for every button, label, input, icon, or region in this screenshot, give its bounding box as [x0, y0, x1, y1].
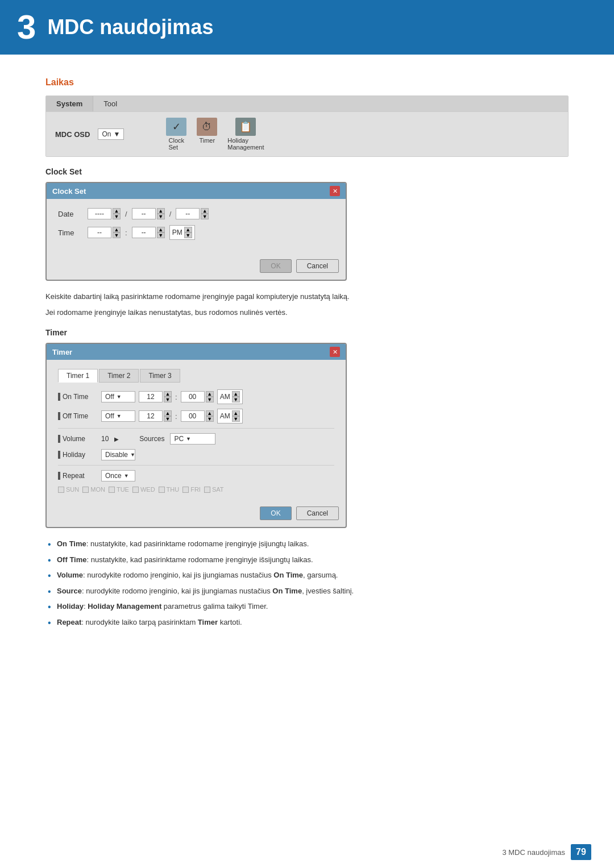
on-time-ampm[interactable]: AM ▲ ▼	[217, 389, 243, 404]
day-thu-check[interactable]	[159, 487, 165, 493]
pm-up[interactable]: ▲	[184, 227, 192, 232]
timer-dialog: Timer ✕ Timer 1 Timer 2 Timer 3 On Time …	[45, 343, 347, 528]
off-time-h-down[interactable]: ▼	[164, 416, 172, 422]
repeat-dropdown[interactable]: Once ▼	[101, 470, 135, 481]
sys-tool-tabs: System Tool	[46, 96, 568, 112]
clock-set-close-button[interactable]: ✕	[330, 186, 340, 196]
clock-set-cancel-button[interactable]: Cancel	[296, 259, 339, 273]
off-time-ampm[interactable]: AM ▲ ▼	[217, 409, 243, 423]
clock-set-label: ClockSet	[169, 137, 185, 151]
off-time-ampm-down[interactable]: ▼	[232, 416, 240, 422]
day-sat-check[interactable]	[204, 487, 210, 493]
on-time-m-up[interactable]: ▲	[206, 391, 214, 397]
timer-tab-1[interactable]: Timer 1	[58, 369, 98, 383]
section-laikas-heading: Laikas	[45, 77, 569, 88]
date-up-3[interactable]: ▲	[201, 208, 209, 214]
days-row: SUN MON TUE WED THU	[58, 486, 334, 493]
date-val1[interactable]: ----	[88, 208, 111, 219]
timer-title-bar: Timer ✕	[47, 344, 346, 360]
day-mon-check[interactable]	[82, 487, 89, 493]
clock-set-ok-button[interactable]: OK	[260, 259, 291, 273]
time-spin-2: -- ▲ ▼	[132, 227, 165, 238]
mdc-osd-dropdown[interactable]: On ▼	[98, 128, 124, 140]
sys-body: MDC OSD On ▼ ✓ ClockSet ⏱ Timer 📋 Holida…	[46, 112, 568, 156]
off-time-m[interactable]: 00	[181, 410, 205, 422]
bullet-on-time: On Time: nustatykite, kad pasirinktame r…	[45, 538, 569, 550]
bullet-source-text: : nurodykite rodomo įrenginio, kai jis į…	[82, 587, 272, 595]
bullet-holiday-mgmt: Holiday Management	[88, 602, 161, 610]
time-up-1[interactable]: ▲	[113, 227, 121, 232]
on-time-h-up[interactable]: ▲	[164, 391, 172, 397]
date-sep2: /	[169, 210, 172, 218]
day-wed-check[interactable]	[132, 487, 139, 493]
day-mon: MON	[82, 486, 105, 493]
on-time-ampm-down[interactable]: ▼	[232, 397, 240, 402]
date-spin-btns-3: ▲ ▼	[201, 208, 209, 219]
off-time-row: Off Time Off ▼ 12 ▲ ▼ : 00 ▲	[58, 409, 334, 423]
time-down-2[interactable]: ▼	[157, 232, 165, 238]
time-val1[interactable]: --	[88, 227, 111, 238]
date-up-1[interactable]: ▲	[113, 208, 121, 214]
on-time-h-down[interactable]: ▼	[164, 397, 172, 402]
clock-set-icon-item[interactable]: ✓ ClockSet	[166, 118, 186, 151]
date-val3[interactable]: --	[176, 208, 200, 219]
date-down-2[interactable]: ▼	[157, 214, 165, 219]
pm-down[interactable]: ▼	[184, 232, 192, 238]
clock-set-title-bar: Clock Set ✕	[47, 183, 346, 199]
time-down-1[interactable]: ▼	[113, 232, 121, 238]
holiday-row: Holiday Disable ▼	[58, 449, 334, 460]
timer-close-button[interactable]: ✕	[330, 347, 340, 357]
tab-tool[interactable]: Tool	[93, 96, 127, 111]
date-val2[interactable]: --	[132, 208, 156, 219]
holiday-icon-item[interactable]: 📋 HolidayManagement	[227, 118, 264, 151]
time-val2[interactable]: --	[132, 227, 156, 238]
day-fri-check[interactable]	[182, 487, 189, 493]
on-time-label: On Time	[58, 393, 98, 401]
on-time-h[interactable]: 12	[139, 391, 163, 402]
date-down-3[interactable]: ▼	[201, 214, 209, 219]
off-time-h-up[interactable]: ▲	[164, 410, 172, 416]
day-sun-check[interactable]	[58, 487, 64, 493]
clock-set-dialog-footer: OK Cancel	[47, 255, 346, 280]
day-tue-check[interactable]	[109, 487, 115, 493]
timer-ok-button[interactable]: OK	[260, 506, 291, 520]
off-time-m-down[interactable]: ▼	[206, 416, 214, 422]
page-header: 3 MDC naudojimas	[0, 0, 614, 55]
timer-tab-3[interactable]: Timer 3	[140, 369, 180, 383]
bullet-repeat-text: : nurodykite laiko tarpą pasirinktam	[81, 618, 197, 626]
on-time-m-down[interactable]: ▼	[206, 397, 214, 402]
off-time-m-up[interactable]: ▲	[206, 410, 214, 416]
date-up-2[interactable]: ▲	[157, 208, 165, 214]
date-down-1[interactable]: ▼	[113, 214, 121, 219]
date-label: Date	[58, 210, 83, 218]
on-time-dropdown[interactable]: Off ▼	[101, 391, 135, 402]
bullet-source-text2: , įvesties šaltinį.	[302, 587, 354, 595]
bullet-list: On Time: nustatykite, kad pasirinktame r…	[45, 538, 569, 628]
repeat-bar	[58, 472, 60, 480]
on-time-m[interactable]: 00	[181, 391, 205, 402]
day-fri-label: FRI	[190, 486, 201, 493]
day-sat: SAT	[204, 486, 224, 493]
holiday-label: Holiday	[58, 451, 98, 459]
clock-set-para2: Jei rodomame įrenginyje laikas nenustaty…	[45, 307, 569, 318]
timer-icon-item[interactable]: ⏱ Timer	[197, 118, 217, 144]
timer-tab-2[interactable]: Timer 2	[99, 369, 139, 383]
timer-cancel-button[interactable]: Cancel	[296, 506, 339, 520]
day-tue-label: TUE	[117, 486, 129, 493]
bullet-source-on-time: On Time	[272, 587, 302, 595]
holiday-dropdown[interactable]: Disable ▼	[101, 449, 135, 460]
time-spin-btns-1: ▲ ▼	[113, 227, 121, 238]
pm-select[interactable]: PM ▲ ▼	[169, 225, 195, 240]
bullet-source: Source: nurodykite rodomo įrenginio, kai…	[45, 585, 569, 597]
dropdown-arrow-icon: ▼	[113, 130, 120, 138]
off-time-h[interactable]: 12	[139, 410, 163, 422]
bullet-volume-text2: , garsumą.	[303, 571, 338, 579]
sources-dropdown[interactable]: PC ▼	[170, 433, 215, 445]
on-time-ampm-up[interactable]: ▲	[232, 391, 240, 397]
off-time-dropdown[interactable]: Off ▼	[101, 410, 135, 422]
off-time-ampm-up[interactable]: ▲	[232, 410, 240, 416]
main-content: Laikas System Tool MDC OSD On ▼ ✓ ClockS…	[0, 55, 614, 868]
time-up-2[interactable]: ▲	[157, 227, 165, 232]
tab-system[interactable]: System	[46, 96, 93, 111]
off-time-value: Off	[105, 412, 114, 420]
